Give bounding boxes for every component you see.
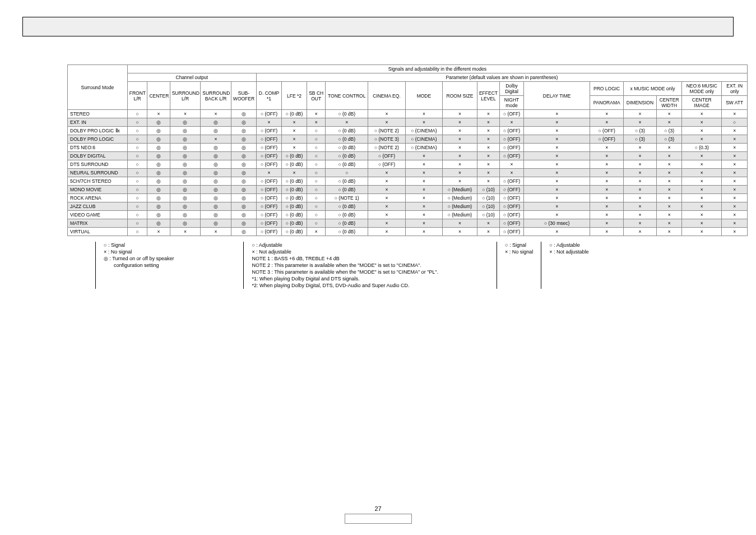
cell: × [657, 202, 682, 211]
cell: × [405, 228, 442, 236]
cell: ○ (OFF) [500, 144, 524, 152]
cell: ○ [127, 186, 147, 194]
cell: ○ [127, 169, 147, 177]
cell: ○ (0 dB) [326, 177, 368, 186]
th-front: FRONT L/R [127, 82, 147, 110]
cell: × [722, 127, 748, 135]
cell: ○ (0 dB) [326, 202, 368, 211]
cell: ○ (OFF) [500, 194, 524, 202]
cell: × [722, 110, 748, 118]
cell: ◎ [231, 135, 256, 144]
cell: × [477, 169, 499, 177]
cell: ◎ [147, 152, 170, 160]
cell: ○ [307, 169, 326, 177]
cell: × [405, 194, 442, 202]
cell: × [523, 135, 590, 144]
page-footer: 27 [0, 505, 756, 524]
note-line: × : No signal [104, 248, 174, 255]
th-center-image: CENTER IMAGE [682, 96, 722, 110]
table-row: 5CH/7CH STEREO○◎◎◎◎○ (OFF)○ (0 dB)○○ (0 … [68, 177, 748, 186]
cell: × [682, 186, 722, 194]
th-cinema-eq: CINEMA EQ. [368, 82, 405, 110]
cell: ○ [307, 152, 326, 160]
cell: × [443, 144, 477, 152]
cell: ○ [307, 127, 326, 135]
cell: ○ [127, 177, 147, 186]
cell: × [500, 169, 524, 177]
cell: × [307, 118, 326, 127]
th-night: NIGHT mode [500, 96, 524, 110]
cell: ○ (OFF) [590, 135, 623, 144]
cell: × [500, 118, 524, 127]
table-row: ROCK ARENA○◎◎◎◎○ (OFF)○ (0 dB)○○ (NOTE 1… [68, 194, 748, 202]
cell: ◎ [147, 135, 170, 144]
mode-name: MONO MOVIE [68, 186, 128, 194]
note-line: ○ : Signal [104, 242, 174, 248]
cell: ○ (OFF) [500, 127, 524, 135]
cell: × [477, 110, 499, 118]
cell: × [590, 194, 623, 202]
cell: ◎ [147, 211, 170, 219]
cell: ○ (OFF) [500, 110, 524, 118]
cell: ◎ [201, 186, 231, 194]
cell: × [282, 135, 307, 144]
cell: × [405, 177, 442, 186]
th-surround: SURROUND L/R [170, 82, 201, 110]
th-prologic: PRO LOGIC [590, 82, 623, 96]
cell: × [368, 202, 405, 211]
th-dcomp: D. COMP *1 [256, 82, 281, 110]
cell: × [657, 194, 682, 202]
cell: × [590, 211, 623, 219]
cell: × [307, 110, 326, 118]
cell: × [682, 135, 722, 144]
cell: × [477, 219, 499, 228]
cell: × [477, 144, 499, 152]
cell: × [282, 127, 307, 135]
cell: ○ (0 dB) [282, 211, 307, 219]
cell: ○ [722, 118, 748, 127]
cell: ◎ [231, 186, 256, 194]
cell: ◎ [147, 177, 170, 186]
cell: ○ (0 dB) [326, 219, 368, 228]
cell: × [590, 144, 623, 152]
cell: ○ (OFF) [256, 160, 281, 169]
cell: ○ (0 dB) [326, 186, 368, 194]
note-block-1: ○ : Signal× : No signal◎ : Turned on or … [95, 242, 182, 289]
modes-table: Surround Mode Signals and adjustability … [67, 64, 748, 236]
cell: × [682, 127, 722, 135]
cell: × [405, 118, 442, 127]
note-line: × : Not adjustable [549, 248, 588, 255]
cell: × [443, 228, 477, 236]
cell: ○ (3) [623, 127, 656, 135]
cell: × [443, 177, 477, 186]
cell: × [523, 211, 590, 219]
cell: × [368, 219, 405, 228]
cell: ○ [307, 186, 326, 194]
cell: × [477, 135, 499, 144]
cell: × [477, 152, 499, 160]
cell: × [623, 202, 656, 211]
cell: × [722, 152, 748, 160]
note-line: ○ : Adjustable [252, 242, 438, 248]
cell: × [623, 228, 656, 236]
cell: × [722, 202, 748, 211]
cell: × [722, 186, 748, 194]
note-line: × : No signal [505, 248, 533, 255]
cell: ○ (OFF) [590, 127, 623, 135]
cell: × [477, 160, 499, 169]
cell: ○ (0 dB) [282, 194, 307, 202]
cell: × [368, 228, 405, 236]
cell: × [623, 110, 656, 118]
cell: ◎ [201, 152, 231, 160]
table-row: DOLBY PRO LOGIC Ⅱx○◎◎◎◎○ (OFF)×○○ (0 dB)… [68, 127, 748, 135]
cell: ○ (0 dB) [326, 110, 368, 118]
cell: ○ (OFF) [256, 211, 281, 219]
cell: ○ (OFF) [256, 110, 281, 118]
cell: × [523, 152, 590, 160]
cell: × [682, 152, 722, 160]
cell: ○ (30 msec) [523, 219, 590, 228]
cell: × [682, 177, 722, 186]
cell: ◎ [231, 177, 256, 186]
cell: ◎ [231, 144, 256, 152]
note-block-2: ○ : Adjustable× : Not adjustableNOTE 1 :… [243, 242, 446, 289]
